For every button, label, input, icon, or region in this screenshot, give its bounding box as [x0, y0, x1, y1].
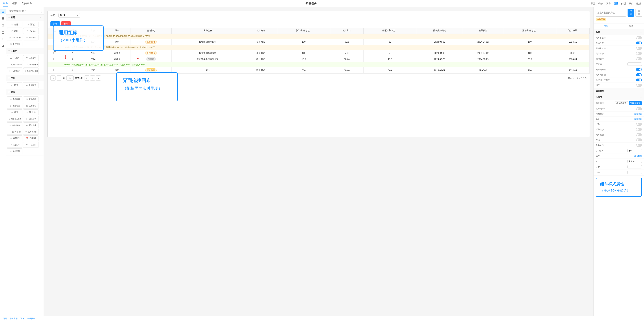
preview-btn[interactable]: 预览 [591, 2, 596, 5]
toggle-collapse-state[interactable] [636, 128, 642, 131]
sidebar-item-fieldset[interactable]: ◫字段集 [23, 109, 39, 115]
page-next-btn[interactable]: › [84, 75, 89, 81]
section-basic-title[interactable]: 基本 — [594, 29, 644, 35]
data-tab[interactable]: 数据 [636, 2, 641, 5]
mode-btn-cell[interactable]: 单元格模式 [615, 101, 628, 105]
section-edit-array-title[interactable]: 编辑数组 — [594, 88, 644, 94]
select-all-checkbox[interactable] [54, 29, 56, 32]
reset-button[interactable]: 重置 [636, 9, 642, 17]
year-dropdown[interactable]: 2023 2024 2025 [58, 13, 80, 17]
row-checkbox-4[interactable] [54, 69, 56, 71]
sidebar-item-number-col[interactable]: #数字列 [7, 135, 22, 141]
sidebar-item-flow-panel[interactable]: ▷流程面板 [23, 116, 39, 122]
input-ref-name[interactable] [627, 149, 642, 152]
add-button[interactable]: 新增 [50, 21, 60, 26]
icon-components[interactable]: ⊞ [0, 9, 6, 14]
sidebar-item-toolbar-text[interactable]: T工具文字 [23, 55, 39, 61]
sidebar-item-bool-col[interactable]: ✓布尔列 [7, 142, 22, 148]
section-button-title[interactable]: ▼ 按钮 [6, 75, 44, 81]
sidebar-item-textarea-field[interactable]: ≡文本域字段 [23, 129, 39, 135]
sidebar-item-date-col[interactable]: 📅日期列 [23, 135, 39, 141]
row-checkbox-2[interactable] [54, 51, 56, 54]
sidebar-item-tag-field[interactable]: 🏷标签字段 [7, 149, 22, 154]
breadcrumb-card-container[interactable]: 卡片容器 [10, 317, 18, 320]
sidebar-item-checkbox-container[interactable]: ☑复选容器 [23, 96, 39, 102]
toggle-disable-select[interactable] [636, 57, 642, 60]
toggle-multi-select[interactable] [636, 36, 642, 39]
tab-panel[interactable]: 面板 [594, 23, 619, 29]
sidebar-item-combo-select[interactable]: ⊠组合候选选择 [7, 116, 22, 122]
icon-sort[interactable]: ↕ [0, 36, 6, 42]
sidebar-item-label[interactable]: ✏标注 [7, 109, 22, 115]
toggle-allow-sort[interactable] [636, 107, 642, 110]
toggle-allow-scroll[interactable] [636, 133, 642, 136]
sidebar-item-page-toolbar[interactable]: ⊢分页工具栏 [7, 68, 22, 74]
tab-title[interactable]: 标题 [619, 23, 644, 29]
input-component[interactable] [627, 171, 642, 174]
tab-components[interactable]: 组件 [3, 0, 8, 7]
section-form-title[interactable]: ▼ 表单 [6, 89, 44, 95]
input-child-id[interactable] [627, 165, 642, 168]
sidebar-item-dropdown-field[interactable]: ▼下拉字段 [23, 142, 39, 148]
sidebar-item-toolbar[interactable]: ▬工具栏 [7, 55, 22, 61]
icon-outline[interactable]: ◫ [0, 29, 6, 35]
section-toolbar-title[interactable]: ▼ 工具栏 [6, 48, 44, 54]
section-container-title[interactable]: ▼ 容器 ∧ [6, 15, 44, 20]
sidebar-item-toolbar-right[interactable]: ⊣工具栏查右标识 [23, 68, 39, 74]
input-ui[interactable] [627, 160, 642, 163]
tab-public-components[interactable]: 公共组件 [22, 0, 32, 7]
page-prev-btn[interactable]: ‹ [56, 75, 61, 81]
sidebar-item-toolbar-sep[interactable]: |工具栏分隔标识 [23, 62, 39, 68]
row-checkbox-1[interactable] [54, 40, 56, 43]
toggle-overflow-scroll[interactable] [636, 52, 642, 55]
toggle-allow-col-resize[interactable] [636, 68, 642, 71]
sidebar-item-tab-panel[interactable]: ⊠选项卡面板 [7, 35, 22, 40]
right-search-input[interactable] [596, 9, 626, 17]
sidebar-item-text-field[interactable]: T文本字段 [7, 129, 22, 135]
search-button[interactable]: 搜索 [628, 9, 634, 17]
icon-share[interactable]: ⇄ [0, 43, 6, 49]
sidebar-item-card[interactable]: ▤卡片容器 [7, 41, 22, 47]
page-first-btn[interactable]: « [50, 75, 56, 81]
breadcrumb-panel[interactable]: 面板 [20, 317, 24, 320]
mode-btn-smart[interactable]: 智能框模式 [629, 101, 642, 105]
save-btn[interactable]: 保存 [598, 2, 603, 5]
page-last-btn[interactable]: » [90, 75, 95, 81]
toggle-allow-col-scale[interactable] [636, 79, 642, 81]
sidebar-item-toolbar-blank[interactable]: □工具栏空白标识 [7, 62, 22, 68]
toggle-lock[interactable] [636, 84, 642, 87]
sidebar-item-window[interactable]: ⊡窗口 [7, 28, 22, 34]
input-empty-text[interactable] [627, 62, 642, 66]
sidebar-item-split-button[interactable]: ⊟分割按钮 [23, 82, 39, 88]
breadcrumb-table-panel[interactable]: 表格面板 [27, 317, 35, 320]
icon-pages[interactable]: ⊡ [0, 22, 6, 28]
tab-templates[interactable]: 模板 [12, 0, 17, 7]
event-tab[interactable]: 事件 [629, 2, 634, 5]
sidebar-item-iframe[interactable]: ⊟iframe [23, 28, 39, 34]
sidebar-item-form-fieldset[interactable]: ◫表单字段集 [7, 122, 22, 128]
link-plugin[interactable]: 编辑数组 [634, 155, 642, 157]
toggle-float[interactable] [636, 139, 642, 141]
page-refresh-btn[interactable]: ↻ [96, 75, 101, 81]
toggle-auto-show[interactable] [636, 144, 642, 147]
sidebar-item-radio-container[interactable]: ◉单选容器 [7, 103, 22, 109]
icon-layers[interactable]: ☰ [0, 15, 6, 21]
page-input[interactable] [66, 75, 74, 81]
icon-more[interactable]: ⋯ [0, 50, 6, 56]
delete-button[interactable]: 删除 [61, 21, 71, 26]
publish-btn[interactable]: 发布 [606, 2, 611, 5]
appearance-tab[interactable]: 外观 [621, 2, 626, 5]
sidebar-item-button[interactable]: ▢按钮 [7, 82, 22, 88]
toggle-collapse[interactable] [636, 123, 642, 126]
sidebar-item-form-group[interactable]: ⊟表单组框 [23, 103, 39, 109]
toggle-allow-col-move[interactable] [636, 73, 642, 76]
section-row-mode-title[interactable]: 行模式 — [594, 94, 644, 100]
toggle-auto-count[interactable] [636, 41, 642, 44]
row-checkbox-3[interactable] [54, 58, 56, 60]
sidebar-item-container[interactable]: ⊞容器 [7, 22, 22, 27]
attr-tab[interactable]: 属性 [614, 2, 618, 5]
sidebar-item-btn-group[interactable]: ☰按钮分组 [23, 35, 39, 40]
breadcrumb-pages[interactable]: 页面 [3, 317, 7, 320]
link-header[interactable]: 编辑对象 [634, 118, 642, 120]
sidebar-item-area-select[interactable]: ⊡区域选择 [23, 122, 39, 128]
